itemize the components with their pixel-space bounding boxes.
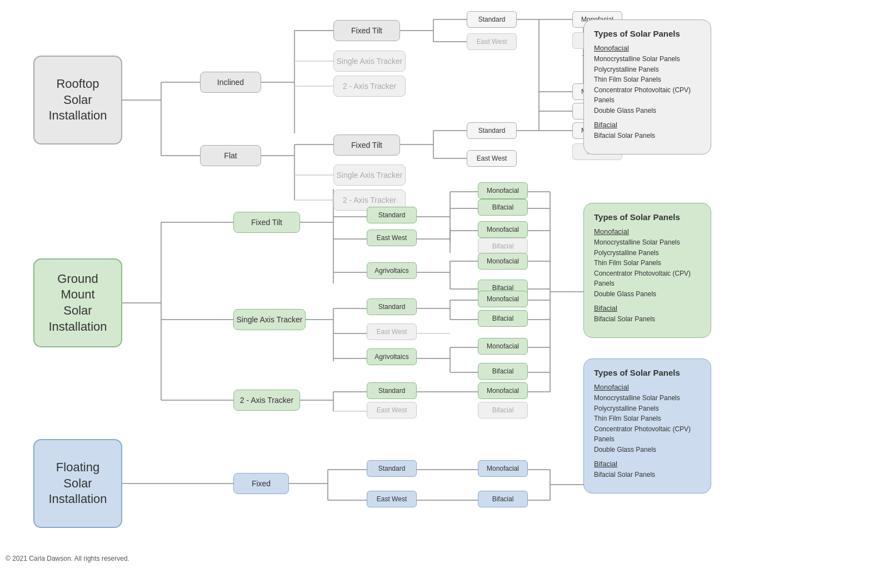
rooftop-inclined-fixedtilt-node: Fixed Tilt: [333, 20, 400, 41]
rooftop-node: Rooftop Solar Installation: [33, 56, 122, 144]
rooftop-flat-sat-node: Single Axis Tracker: [333, 165, 406, 186]
ground-sat-node: Single Axis Tracker: [233, 309, 306, 330]
connector-lines: [0, 0, 889, 567]
floating-std-monofacial-node: Monofacial: [478, 460, 528, 477]
rooftop-flat-ft-eastwest-node: East West: [467, 150, 517, 167]
ground-ft-std-bifacial-node: Bifacial: [478, 199, 528, 216]
rooftop-panel-bifacial-heading: Bifacial: [594, 121, 701, 129]
floating-node: Floating Solar Installation: [33, 439, 122, 528]
ground-sat-std-bifacial-node: Bifacial: [478, 310, 528, 327]
ground-ft-eastwest-node: East West: [367, 230, 417, 246]
rooftop-panel-bifacial-items: Bifacial Solar Panels: [594, 131, 701, 141]
rooftop-panel-monofacial-items: Monocrystalline Solar Panels Polycrystal…: [594, 54, 701, 116]
ground-2axis-ew-bifacial-node: Bifacial: [478, 402, 528, 418]
ground-ft-std-monofacial-node: Monofacial: [478, 182, 528, 199]
floating-info-panel: Types of Solar Panels Monofacial Monocry…: [583, 358, 711, 494]
floating-fixed-standard-node: Standard: [367, 460, 417, 477]
floating-panel-monofacial-items: Monocrystalline Solar Panels Polycrystal…: [594, 393, 701, 455]
floating-fixed-eastwest-node: East West: [367, 491, 417, 507]
rooftop-flat-ft-standard-node: Standard: [467, 122, 517, 139]
ground-ft-agri-monofacial-node: Monofacial: [478, 253, 528, 270]
flat-node: Flat: [200, 145, 261, 166]
ground-ft-ew-monofacial-node: Monofacial: [478, 221, 528, 238]
rooftop-inclined-2axis-node: 2 - Axis Tracker: [333, 76, 406, 97]
ground-info-panel: Types of Solar Panels Monofacial Monocry…: [583, 203, 711, 338]
floating-panel-title: Types of Solar Panels: [594, 368, 701, 377]
diagram-container: Rooftop Solar Installation Inclined Flat…: [0, 0, 889, 567]
ground-2axis-node: 2 - Axis Tracker: [233, 390, 300, 411]
ground-ft-agrivoltaics-node: Agrivoltaics: [367, 262, 417, 279]
ground-sat-std-monofacial-node: Monofacial: [478, 291, 528, 307]
rooftop-inclined-ft-eastwest-node: East West: [467, 33, 517, 50]
ground-panel-bifacial-items: Bifacial Solar Panels: [594, 314, 701, 325]
ground-sat-agrivoltaics-node: Agrivoltaics: [367, 348, 417, 365]
ground-panel-monofacial-items: Monocrystalline Solar Panels Polycrystal…: [594, 237, 701, 300]
floating-ew-bifacial-node: Bifacial: [478, 491, 528, 507]
floating-panel-monofacial-heading: Monofacial: [594, 383, 701, 391]
rooftop-panel-monofacial-heading: Monofacial: [594, 44, 701, 52]
ground-node: Ground Mount Solar Installation: [33, 258, 122, 347]
ground-ft-ew-bifacial-node: Bifacial: [478, 238, 528, 255]
floating-panel-bifacial-heading: Bifacial: [594, 460, 701, 468]
ground-fixedtilt-node: Fixed Tilt: [233, 212, 300, 233]
copyright-text: © 2021 Carla Dawson. All rights reserved…: [6, 555, 129, 562]
ground-2axis-eastwest-node: East West: [367, 402, 417, 418]
rooftop-inclined-sat-node: Single Axis Tracker: [333, 51, 406, 72]
rooftop-info-panel: Types of Solar Panels Monofacial Monocry…: [583, 19, 711, 155]
ground-sat-agri-monofacial-node: Monofacial: [478, 338, 528, 355]
ground-2axis-standard-node: Standard: [367, 382, 417, 399]
floating-panel-bifacial-items: Bifacial Solar Panels: [594, 470, 701, 480]
ground-sat-standard-node: Standard: [367, 298, 417, 315]
ground-panel-title: Types of Solar Panels: [594, 212, 701, 222]
rooftop-flat-fixedtilt-node: Fixed Tilt: [333, 134, 400, 156]
ground-sat-eastwest-node: East West: [367, 323, 417, 340]
ground-ft-standard-node: Standard: [367, 207, 417, 223]
floating-fixed-node: Fixed: [233, 473, 289, 494]
ground-sat-agri-bifacial-node: Bifacial: [478, 363, 528, 380]
ground-2axis-std-monofacial-node: Monofacial: [478, 382, 528, 399]
ground-panel-monofacial-heading: Monofacial: [594, 227, 701, 236]
inclined-node: Inclined: [200, 72, 261, 93]
rooftop-panel-title: Types of Solar Panels: [594, 29, 701, 38]
rooftop-inclined-ft-standard-node: Standard: [467, 11, 517, 28]
ground-panel-bifacial-heading: Bifacial: [594, 304, 701, 312]
